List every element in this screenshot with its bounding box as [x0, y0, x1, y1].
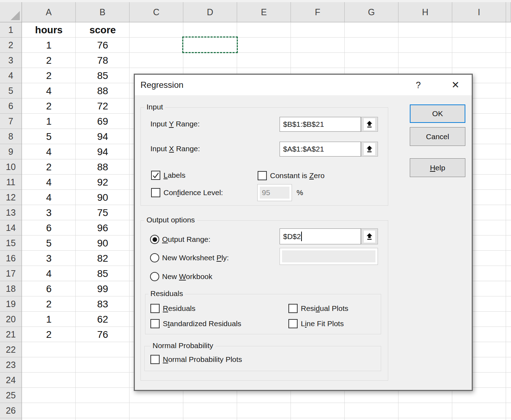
labels-checkbox[interactable]	[151, 171, 160, 180]
standardized-residuals-checkbox[interactable]	[150, 319, 160, 328]
cell-B1[interactable]: score	[76, 22, 130, 38]
row-header-6[interactable]: 6	[0, 98, 22, 114]
row-header-5[interactable]: 5	[0, 83, 22, 98]
cell-A1[interactable]: hours	[22, 22, 76, 38]
constant-zero-checkbox[interactable]	[258, 171, 267, 180]
cell-A16[interactable]: 3	[22, 251, 76, 266]
column-header-C[interactable]: C	[130, 2, 183, 22]
input-y-collapse-button[interactable]	[361, 117, 378, 132]
output-range-collapse-button[interactable]	[361, 228, 378, 244]
row-header-3[interactable]: 3	[0, 53, 22, 68]
cell-A15[interactable]: 5	[22, 235, 76, 251]
cell-B19[interactable]: 83	[76, 296, 130, 312]
cell-B11[interactable]: 92	[76, 175, 130, 190]
cell-A14[interactable]: 6	[22, 220, 76, 235]
cell-B16[interactable]: 82	[76, 251, 130, 266]
row-header-15[interactable]: 15	[0, 235, 22, 251]
cell-B20[interactable]: 62	[76, 312, 130, 327]
new-workbook-radio[interactable]	[150, 272, 159, 281]
row-header-12[interactable]: 12	[0, 190, 22, 205]
column-header-A[interactable]: A	[22, 2, 76, 22]
normal-probability-plots-checkbox[interactable]	[150, 355, 160, 364]
cell-A17[interactable]: 4	[22, 266, 76, 281]
cell-A19[interactable]: 2	[22, 296, 76, 312]
cell-A5[interactable]: 4	[22, 83, 76, 98]
dialog-help-icon[interactable]: ?	[409, 75, 427, 95]
column-header-D[interactable]: D	[183, 2, 237, 22]
cell-B10[interactable]: 88	[76, 159, 130, 175]
new-worksheet-ply-field[interactable]	[280, 248, 378, 265]
cell-B15[interactable]: 90	[76, 235, 130, 251]
cell-A18[interactable]: 6	[22, 281, 76, 296]
residual-plots-checkbox[interactable]	[288, 304, 298, 313]
row-header-17[interactable]: 17	[0, 266, 22, 281]
cell-A7[interactable]: 1	[22, 114, 76, 129]
help-button[interactable]: Help	[410, 158, 465, 177]
cell-B5[interactable]: 88	[76, 83, 130, 98]
cell-A20[interactable]: 1	[22, 312, 76, 327]
row-header-1[interactable]: 1	[0, 22, 22, 38]
cell-B6[interactable]: 72	[76, 98, 130, 114]
cell-B4[interactable]: 85	[76, 68, 130, 83]
cell-A9[interactable]: 4	[22, 144, 76, 159]
close-icon[interactable]: ✕	[445, 75, 466, 95]
column-header-H[interactable]: H	[398, 2, 452, 22]
cell-B9[interactable]: 94	[76, 144, 130, 159]
select-all-corner[interactable]	[0, 2, 22, 22]
row-header-7[interactable]: 7	[0, 114, 22, 129]
row-header-13[interactable]: 13	[0, 205, 22, 220]
new-worksheet-ply-radio[interactable]	[150, 253, 159, 262]
confidence-level-checkbox[interactable]	[151, 188, 160, 197]
row-header-20[interactable]: 20	[0, 312, 22, 327]
column-header-F[interactable]: F	[291, 2, 345, 22]
row-header-18[interactable]: 18	[0, 281, 22, 296]
cell-A12[interactable]: 4	[22, 190, 76, 205]
row-header-23[interactable]: 23	[0, 357, 22, 373]
cell-A8[interactable]: 5	[22, 129, 76, 144]
cell-A21[interactable]: 2	[22, 327, 76, 342]
cell-B7[interactable]: 69	[76, 114, 130, 129]
residuals-checkbox[interactable]	[150, 304, 160, 313]
row-header-26[interactable]: 26	[0, 403, 22, 418]
column-header-B[interactable]: B	[76, 2, 130, 22]
cell-A13[interactable]: 3	[22, 205, 76, 220]
line-fit-plots-checkbox[interactable]	[288, 319, 298, 328]
cell-B17[interactable]: 85	[76, 266, 130, 281]
output-range-radio[interactable]	[150, 235, 159, 244]
row-header-21[interactable]: 21	[0, 327, 22, 342]
row-header-4[interactable]: 4	[0, 68, 22, 83]
cell-A11[interactable]: 4	[22, 175, 76, 190]
row-header-9[interactable]: 9	[0, 144, 22, 159]
row-header-16[interactable]: 16	[0, 251, 22, 266]
row-header-22[interactable]: 22	[0, 342, 22, 357]
row-header-2[interactable]: 2	[0, 38, 22, 53]
input-x-range-field[interactable]: $A$1:$A$21	[280, 142, 361, 157]
cell-A4[interactable]: 2	[22, 68, 76, 83]
dialog-titlebar[interactable]: Regression ? ✕	[135, 75, 472, 95]
cell-B13[interactable]: 75	[76, 205, 130, 220]
column-header-G[interactable]: G	[345, 2, 398, 22]
cell-B12[interactable]: 90	[76, 190, 130, 205]
column-header-I[interactable]: I	[452, 2, 506, 22]
ok-button[interactable]: OK	[410, 104, 465, 123]
row-header-10[interactable]: 10	[0, 159, 22, 175]
cell-B8[interactable]: 94	[76, 129, 130, 144]
output-range-field[interactable]: $D$2	[280, 228, 361, 244]
row-header-8[interactable]: 8	[0, 129, 22, 144]
row-header-19[interactable]: 19	[0, 296, 22, 312]
row-header-25[interactable]: 25	[0, 388, 22, 403]
input-x-collapse-button[interactable]	[361, 142, 378, 157]
column-header-E[interactable]: E	[237, 2, 291, 22]
cell-A6[interactable]: 2	[22, 98, 76, 114]
confidence-level-field[interactable]: 95	[257, 184, 292, 201]
cell-B2[interactable]: 76	[76, 38, 130, 53]
row-header-11[interactable]: 11	[0, 175, 22, 190]
cell-A10[interactable]: 2	[22, 159, 76, 175]
input-y-range-field[interactable]: $B$1:$B$21	[280, 117, 361, 132]
cancel-button[interactable]: Cancel	[410, 127, 465, 146]
cell-B3[interactable]: 78	[76, 53, 130, 68]
row-header-24[interactable]: 24	[0, 373, 22, 388]
cell-B21[interactable]: 76	[76, 327, 130, 342]
cell-A3[interactable]: 2	[22, 53, 76, 68]
cell-A2[interactable]: 1	[22, 38, 76, 53]
